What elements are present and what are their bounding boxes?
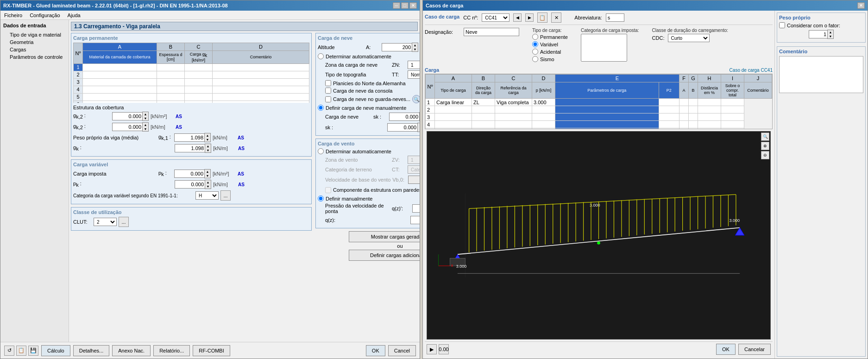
minimize-btn[interactable]: ─ bbox=[393, 2, 400, 9]
cell-c[interactable] bbox=[185, 101, 213, 103]
cell-c[interactable] bbox=[495, 121, 532, 128]
pk2-spinner-btns[interactable]: ▲ ▼ bbox=[205, 180, 211, 189]
gk-spinner[interactable]: 1.098 ▲ ▼ bbox=[175, 144, 211, 153]
cell-h[interactable] bbox=[689, 106, 698, 113]
cell-f[interactable] bbox=[659, 106, 679, 113]
table-row[interactable]: 5 bbox=[74, 93, 309, 101]
categoria-select[interactable]: H bbox=[195, 191, 219, 200]
gk1-up[interactable]: ▲ bbox=[205, 133, 210, 138]
cell-c[interactable] bbox=[495, 106, 532, 113]
fator-input[interactable]: 1 bbox=[809, 30, 827, 38]
cc-copy-btn[interactable]: 📋 bbox=[537, 13, 547, 23]
icon-btn-3[interactable]: 💾 bbox=[28, 346, 38, 356]
cell-a[interactable] bbox=[435, 128, 472, 130]
cell-i[interactable] bbox=[698, 121, 721, 128]
cell-b[interactable] bbox=[157, 101, 185, 103]
cell-c[interactable] bbox=[185, 86, 213, 93]
pk2-up[interactable]: ▲ bbox=[205, 180, 211, 184]
tipo-permanente-radio[interactable] bbox=[532, 34, 538, 40]
cell-g[interactable] bbox=[679, 128, 689, 130]
casos-cancel-btn[interactable]: Cancelar bbox=[738, 344, 771, 355]
sidebar-item-geometria[interactable]: Geometria bbox=[2, 38, 67, 46]
second-close-btn[interactable]: ✕ bbox=[857, 2, 865, 9]
gk-input[interactable]: 1.098 bbox=[175, 144, 205, 152]
cell-i[interactable] bbox=[698, 106, 721, 113]
cell-b[interactable] bbox=[157, 78, 185, 86]
considerar-check[interactable] bbox=[779, 22, 785, 28]
table-row[interactable]: 3 bbox=[426, 113, 772, 121]
cc-prev-btn[interactable]: ◀ bbox=[513, 13, 522, 22]
cell-c[interactable] bbox=[185, 63, 213, 71]
cell-d[interactable] bbox=[213, 101, 309, 103]
calc-btn[interactable]: Cálculo bbox=[41, 345, 70, 356]
cell-a[interactable] bbox=[435, 106, 472, 113]
viz-btn-1[interactable]: 🔍 bbox=[761, 132, 769, 141]
cell-j[interactable] bbox=[721, 128, 744, 130]
cell-f[interactable] bbox=[659, 128, 679, 130]
sk1-spinner-btns[interactable]: ▲ ▼ bbox=[419, 112, 420, 121]
cell-d[interactable] bbox=[213, 78, 309, 86]
cell-g[interactable] bbox=[679, 113, 689, 121]
fator-spinner-btns[interactable]: ▲ ▼ bbox=[827, 30, 834, 39]
gk2-2-spinner[interactable]: 0.000 ▲ ▼ bbox=[112, 122, 149, 132]
menu-ajuda[interactable]: Ajuda bbox=[66, 12, 82, 19]
clut-select[interactable]: 2 bbox=[94, 218, 117, 226]
cell-b[interactable] bbox=[472, 113, 495, 121]
cell-d[interactable] bbox=[532, 128, 555, 130]
pk1-spinner[interactable]: 0.000 ▲ ▼ bbox=[174, 169, 211, 178]
gk2-1-spinner-btns[interactable]: ▲ ▼ bbox=[142, 112, 149, 121]
clut-info-btn[interactable]: ... bbox=[119, 217, 129, 227]
cell-i[interactable] bbox=[698, 128, 721, 130]
table-row[interactable]: 2 bbox=[426, 106, 772, 113]
gk2-2-up[interactable]: ▲ bbox=[143, 123, 148, 127]
cell-j[interactable] bbox=[721, 113, 744, 121]
cell-e[interactable] bbox=[555, 99, 659, 106]
cell-f[interactable] bbox=[659, 99, 679, 106]
gk2-1-input[interactable]: 0.000 bbox=[112, 112, 142, 120]
cell-d[interactable] bbox=[213, 63, 309, 71]
cell-a[interactable] bbox=[83, 71, 157, 78]
fator-up[interactable]: ▲ bbox=[828, 30, 833, 34]
tipo-acidental-radio[interactable] bbox=[532, 49, 538, 55]
cell-j[interactable] bbox=[721, 106, 744, 113]
cell-g[interactable] bbox=[679, 106, 689, 113]
cell-d[interactable] bbox=[213, 93, 309, 101]
gk1-spinner-btns[interactable]: ▲ ▼ bbox=[204, 133, 211, 142]
pk1-down[interactable]: ▼ bbox=[205, 174, 210, 178]
cell-b[interactable] bbox=[472, 106, 495, 113]
cell-a[interactable] bbox=[435, 113, 472, 121]
mostrar-cargas-btn[interactable]: Mostrar cargas geradas... bbox=[349, 231, 420, 242]
cc-select[interactable]: CC41 bbox=[482, 13, 509, 22]
cell-e[interactable] bbox=[555, 121, 659, 128]
cell-i[interactable] bbox=[698, 113, 721, 121]
table-row[interactable]: 5 bbox=[426, 128, 772, 130]
cell-b[interactable] bbox=[157, 86, 185, 93]
icon-btn-2[interactable]: 📋 bbox=[16, 346, 26, 356]
pk2-input[interactable]: 0.000 bbox=[175, 180, 205, 189]
rfcombi-btn[interactable]: RF-COMBI bbox=[193, 345, 230, 356]
table-row[interactable]: 4 bbox=[74, 86, 309, 93]
guarda-info-btn[interactable]: 🔍 bbox=[412, 95, 420, 103]
altitude-input[interactable]: 200 bbox=[382, 43, 412, 51]
comentario-textarea[interactable] bbox=[779, 56, 863, 93]
table-row[interactable]: 1 Carga linear ZL Viga completa 3.000 bbox=[426, 99, 772, 106]
altitude-spinner[interactable]: 200 ▲ ▼ bbox=[382, 43, 418, 52]
main-cancel-btn[interactable]: Cancel bbox=[388, 345, 416, 356]
pk1-spinner-btns[interactable]: ▲ ▼ bbox=[204, 169, 211, 178]
altitude-up[interactable]: ▲ bbox=[412, 43, 418, 47]
icon-btn-1[interactable]: ↺ bbox=[4, 346, 14, 356]
cell-a[interactable] bbox=[83, 86, 157, 93]
table-row[interactable]: 2 bbox=[74, 71, 309, 78]
cell-d[interactable] bbox=[532, 106, 555, 113]
cell-g[interactable] bbox=[679, 121, 689, 128]
tt-select[interactable]: Normal Exposta Protegida bbox=[408, 70, 420, 79]
cell-g[interactable] bbox=[679, 99, 689, 106]
qz1-input[interactable]: 0.000 bbox=[412, 204, 420, 213]
sk2-spinner-btns[interactable]: ▲ ▼ bbox=[417, 123, 420, 132]
definir-manual-vento-radio[interactable] bbox=[318, 195, 324, 202]
sidebar-item-parametros[interactable]: Parâmetros de controle bbox=[2, 53, 67, 61]
detalhes-btn[interactable]: Detalhes... bbox=[73, 345, 110, 356]
gk2-1-up[interactable]: ▲ bbox=[143, 112, 148, 116]
cell-c[interactable] bbox=[495, 113, 532, 121]
gk2-2-spinner-btns[interactable]: ▲ ▼ bbox=[142, 122, 149, 132]
